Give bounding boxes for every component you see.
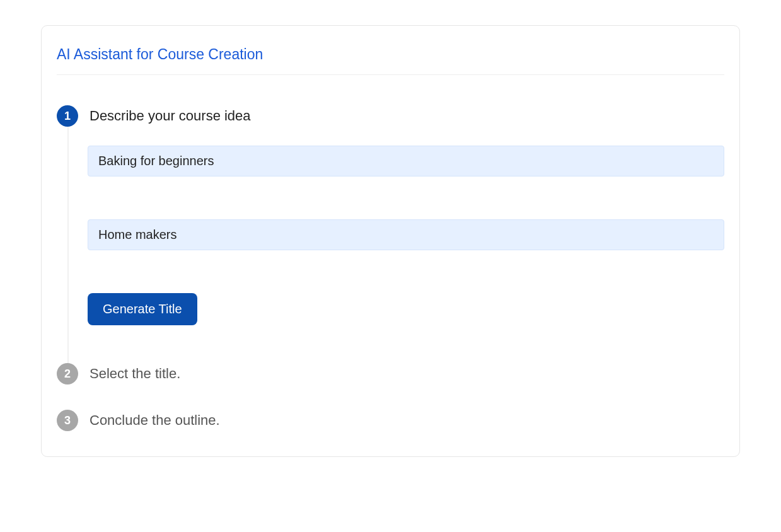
step-1-badge: 1 [57,105,78,127]
step-3-badge: 3 [57,410,78,431]
step-1-body: Generate Title [67,127,724,363]
step-3-label: Conclude the outline. [90,410,220,431]
ai-assistant-card: AI Assistant for Course Creation 1 Descr… [41,25,740,457]
step-2-badge: 2 [57,363,78,385]
course-idea-input[interactable] [88,146,724,176]
course-idea-field-wrapper [88,146,724,176]
step-1-label: Describe your course idea [90,105,251,127]
audience-input[interactable] [88,219,724,250]
step-3: 3 Conclude the outline. [57,410,724,431]
generate-title-button[interactable]: Generate Title [88,293,197,325]
card-title: AI Assistant for Course Creation [57,46,724,75]
step-2-label: Select the title. [90,363,180,385]
audience-field-wrapper [88,219,724,250]
step-2: 2 Select the title. [57,363,724,385]
step-1: 1 Describe your course idea [57,105,724,127]
